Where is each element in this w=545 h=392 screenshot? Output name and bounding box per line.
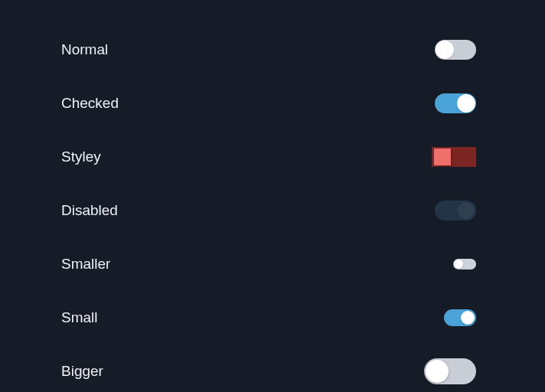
- label-disabled: Disabled: [61, 202, 118, 219]
- toggle-smaller[interactable]: [453, 259, 476, 270]
- row-disabled: Disabled: [61, 184, 476, 237]
- row-small: Small: [61, 291, 476, 345]
- toggle-small-knob: [461, 311, 475, 325]
- row-checked: Checked: [61, 77, 476, 130]
- row-styley: Styley: [61, 130, 476, 184]
- toggle-bigger[interactable]: [424, 358, 476, 384]
- toggle-checked-knob: [457, 94, 475, 113]
- toggle-disabled: [435, 201, 476, 220]
- toggle-styley[interactable]: [432, 147, 476, 167]
- label-bigger: Bigger: [61, 363, 103, 380]
- label-normal: Normal: [61, 41, 108, 58]
- label-styley: Styley: [61, 149, 101, 165]
- row-normal: Normal: [61, 23, 476, 77]
- toggle-small[interactable]: [444, 309, 476, 326]
- toggle-smaller-knob: [454, 260, 463, 269]
- toggle-disabled-knob: [458, 202, 475, 219]
- toggle-styley-knob: [434, 149, 451, 165]
- toggle-normal-knob: [436, 41, 454, 59]
- toggle-normal[interactable]: [435, 40, 476, 60]
- label-small: Small: [61, 309, 98, 326]
- row-bigger: Bigger: [61, 345, 476, 392]
- label-checked: Checked: [61, 95, 119, 112]
- toggle-bigger-knob: [426, 360, 449, 383]
- row-smaller: Smaller: [61, 237, 476, 291]
- toggle-checked[interactable]: [435, 93, 476, 113]
- label-smaller: Smaller: [61, 256, 110, 273]
